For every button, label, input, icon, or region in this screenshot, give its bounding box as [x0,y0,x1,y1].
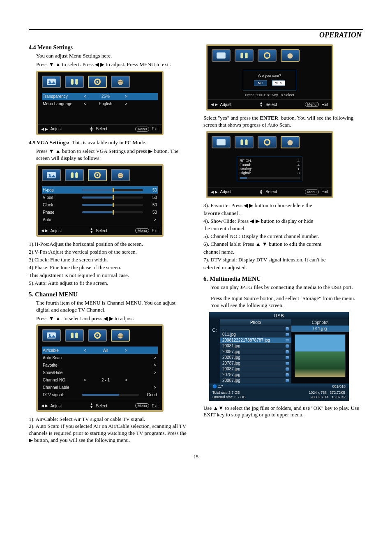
tab-picture-icon[interactable] [42,169,61,181]
usb-file-item[interactable]: 20787.jpg [220,361,291,366]
tab-channel-icon[interactable] [111,169,130,181]
tab-setup-icon[interactable] [258,136,277,148]
nav-lr-icon: ◀ ▶ [211,102,218,106]
left-arrow-icon[interactable]: < [82,348,88,353]
sec-5-p2: Press ▼ ▲ to select and press ◀ ▶ to adj… [29,315,189,322]
menu-pill: Menu [305,102,319,107]
row-v-pos[interactable]: V-pos50 [42,194,158,201]
channel-note: 7). DTV signal: Display DTV signal inten… [203,257,363,263]
tab-channel-icon[interactable] [281,136,300,148]
label: H-pos [42,188,79,192]
value: 50 [146,188,158,192]
slider[interactable] [82,196,143,199]
select-label: Select [265,102,277,107]
usb-file-item[interactable]: 20787.jpg [220,372,291,378]
right-arrow-icon[interactable]: > [152,363,158,367]
row-show-hide[interactable]: Show/Hide> [42,369,158,376]
tab-channel-icon[interactable] [111,76,130,88]
sec-4-4-p2: Press ▼ ▲ to select. Press ◀ ▶ to adjust… [36,61,189,68]
filename: 20787.jpg [222,361,240,365]
right-arrow-icon[interactable]: > [152,370,158,375]
usb-file-item[interactable]: 20287.jpg [220,355,291,361]
tab-setup-icon[interactable] [258,49,277,62]
row-channel-lable[interactable]: Channel Lable> [42,384,158,391]
tab-picture-icon[interactable] [42,76,61,88]
tab-picture-icon[interactable] [42,329,61,342]
vga-note: 3).Clock: Fine tune the screen width. [29,257,189,263]
filename: 20087.jpg [222,349,240,354]
tab-setup-icon[interactable] [88,329,107,342]
digital-label: Digital: [240,171,251,175]
label: V-pos [42,195,79,200]
value: 25% [91,94,120,99]
usb-file-item[interactable]: 20087.jpg [220,366,291,372]
right-arrow-icon[interactable]: > [123,102,129,106]
vga-note: 1).H-Pos:Adjust the horizontal position … [29,241,189,248]
row-air-cable[interactable]: Air/cable<Air> [42,347,158,354]
svg-point-9 [97,174,98,176]
left-arrow-icon[interactable]: < [82,102,88,106]
channel-note: selected or adjusted. [203,264,363,271]
select-label: Select [265,189,277,194]
tab-audio-icon[interactable] [65,76,84,88]
usb-file-item[interactable]: 011.jpg [220,332,291,337]
osd-tabs [208,133,332,152]
right-arrow-icon[interactable]: > [152,356,158,360]
tab-setup-icon[interactable] [88,169,107,181]
usb-browser: USB C: Photo ..011.jpg200812222178878787… [209,312,349,400]
file-icon [286,367,289,371]
left-arrow-icon[interactable]: < [82,94,88,99]
file-icon [286,333,289,336]
slider[interactable] [82,189,143,191]
row-dtv-signal-[interactable]: DTV signal:Good [42,391,158,398]
usb-drive-label[interactable]: C: [209,319,220,384]
right-arrow-icon[interactable]: > [123,348,129,353]
file-icon [286,362,289,365]
tab-picture-icon[interactable] [212,49,231,62]
file-icon [286,327,289,330]
no-button[interactable]: NO [254,80,267,86]
row-channel-no-[interactable]: Channel NO.<2 - 1> [42,376,158,384]
channel-note: 3). Favorite: Press ◀ ▶ button to choose… [203,202,363,209]
usb-tab-photo[interactable]: Photo [220,319,291,326]
yes-button[interactable]: YES [272,80,285,86]
slider[interactable] [82,204,143,206]
right-arrow-icon[interactable]: > [123,94,129,99]
right-arrow-icon[interactable]: > [152,217,158,222]
tab-audio-icon[interactable] [235,49,254,62]
osd-footer: ◀ ▶ Adjust ▲▼ Select Menu Exit [208,187,332,196]
tab-audio-icon[interactable] [235,136,254,148]
row-favorite[interactable]: Favorite> [42,361,158,369]
sec-4-5-title-line: 4.5 VGA Settings: This is available only… [29,139,189,146]
value: 50 [146,203,158,207]
channel-note: channel name. [203,249,363,256]
tab-picture-icon[interactable] [212,136,231,148]
usb-file-item[interactable]: 200812222178878787.jpg [220,337,291,343]
usb-file-item[interactable]: 20087.jpg [220,378,291,384]
nav-ud-icon: ▲▼ [259,189,263,195]
tab-setup-icon[interactable] [88,76,107,88]
label: Favorite [42,363,79,367]
row-transparency[interactable]: Transparency < 25% > [42,93,158,100]
usb-file-item[interactable]: 20081.jpg [220,343,291,349]
slider[interactable] [82,211,143,213]
value: Good [142,393,158,397]
tab-channel-icon[interactable] [111,329,130,342]
row-menu-language[interactable]: Menu Language < English > [42,100,158,108]
row-phase[interactable]: Phase50 [42,208,158,216]
tab-audio-icon[interactable] [65,169,84,181]
row-h-pos[interactable]: H-pos50 [42,186,158,194]
right-arrow-icon[interactable]: > [123,378,129,382]
usb-file-item[interactable]: 20087.jpg [220,349,291,355]
right-arrow-icon[interactable]: > [152,385,158,390]
left-arrow-icon[interactable]: < [82,378,88,382]
exit-label: Exit [321,102,328,107]
row-clock[interactable]: Clock50 [42,201,158,208]
row-auto[interactable]: Auto> [42,216,158,223]
usb-total-size: Total size:3.7 GB [212,391,246,395]
tab-audio-icon[interactable] [65,329,84,342]
row-auto-scan[interactable]: Auto Scan> [42,354,158,361]
tab-channel-icon[interactable] [281,49,300,62]
usb-res: 1024 x 768 [309,391,327,395]
usb-file-item[interactable]: .. [220,326,291,332]
